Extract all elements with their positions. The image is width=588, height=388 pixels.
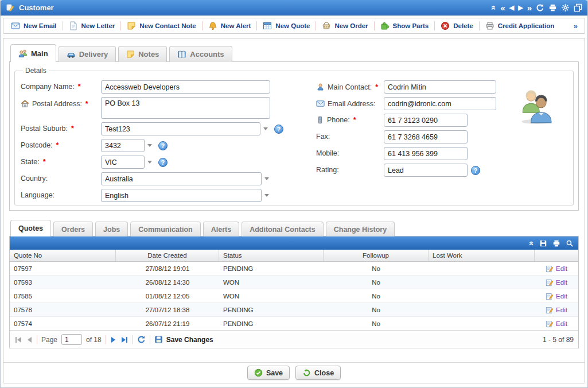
rating-help-icon[interactable]: ? bbox=[471, 166, 480, 175]
email-address-field[interactable] bbox=[384, 97, 496, 110]
pager-refresh-icon[interactable] bbox=[137, 335, 146, 344]
cell-date-created: 27/07/12 18:38 bbox=[116, 303, 219, 317]
new-quote-button[interactable]: New Quote bbox=[258, 19, 315, 33]
show-parts-button[interactable]: Show Parts bbox=[375, 19, 434, 33]
edit-icon bbox=[546, 292, 554, 300]
form-row: Fax: bbox=[316, 130, 567, 143]
company-name-field[interactable] bbox=[101, 80, 270, 94]
new-email-button[interactable]: New Email bbox=[6, 19, 62, 33]
page-number-input[interactable] bbox=[61, 334, 82, 345]
new-order-button[interactable]: New Order bbox=[317, 19, 373, 33]
postal-suburb-field[interactable] bbox=[101, 122, 260, 135]
new-alert-button[interactable]: New Alert bbox=[203, 19, 256, 33]
postal-address-field[interactable]: PO Box 13 bbox=[101, 97, 270, 119]
next-record-icon[interactable]: ▶ bbox=[518, 5, 523, 11]
edit-quote-link[interactable]: Edit bbox=[539, 303, 574, 317]
new-email-label: New Email bbox=[24, 22, 57, 29]
tab-delivery[interactable]: Delivery bbox=[59, 46, 116, 62]
save-check-icon bbox=[254, 368, 263, 377]
grid-toolbar: « bbox=[10, 236, 578, 250]
language-field[interactable] bbox=[101, 189, 262, 202]
language-dropdown-arrow-icon[interactable] bbox=[262, 189, 272, 202]
close-button[interactable]: Close bbox=[295, 366, 341, 380]
state-help-icon[interactable]: ? bbox=[158, 158, 168, 167]
last-page-icon[interactable] bbox=[120, 336, 128, 344]
tab-notes[interactable]: Notes bbox=[118, 46, 167, 62]
new-contact-note-button[interactable]: New Contact Note bbox=[122, 19, 201, 33]
mobile-field[interactable] bbox=[384, 147, 468, 160]
settings-gear-icon[interactable] bbox=[561, 3, 570, 12]
state-dropdown-arrow-icon[interactable] bbox=[145, 156, 155, 169]
letter-icon bbox=[69, 21, 78, 30]
footer-bar: Save Close bbox=[3, 362, 585, 383]
suburb-help-icon[interactable]: ? bbox=[274, 125, 283, 134]
table-row[interactable]: 07574 26/07/12 21:19 PENDING No Edit bbox=[10, 317, 578, 331]
tab-main[interactable]: Main bbox=[10, 44, 56, 62]
show-parts-label: Show Parts bbox=[393, 22, 429, 29]
toolbar-overflow-button[interactable]: » bbox=[569, 22, 582, 30]
postcode-field[interactable] bbox=[101, 139, 145, 152]
subtab-alerts[interactable]: Alerts bbox=[203, 222, 239, 236]
required-marker: * bbox=[56, 141, 59, 149]
edit-quote-link[interactable]: Edit bbox=[539, 317, 574, 331]
person-icon bbox=[316, 83, 325, 91]
state-field[interactable] bbox=[101, 156, 145, 169]
prev-group-icon[interactable]: « bbox=[500, 3, 505, 12]
tab-accounts-label: Accounts bbox=[190, 50, 224, 59]
country-dropdown-arrow-icon[interactable] bbox=[262, 172, 272, 185]
grid-header-row: Quote No Date Created Status Followup Lo… bbox=[10, 250, 578, 262]
grid-print-icon[interactable] bbox=[552, 239, 560, 247]
save-button[interactable]: Save bbox=[247, 366, 290, 380]
column-header-followup[interactable]: Followup bbox=[324, 250, 429, 261]
form-row: Company Name:* bbox=[21, 80, 316, 94]
credit-application-button[interactable]: Credit Application bbox=[480, 19, 560, 33]
table-row[interactable]: 07585 01/08/12 12:05 WON No Edit bbox=[10, 289, 578, 303]
print-icon[interactable] bbox=[548, 3, 557, 12]
tab-accounts[interactable]: Accounts bbox=[169, 46, 232, 62]
column-header-date-created[interactable]: Date Created bbox=[116, 250, 219, 261]
table-row[interactable]: 07593 26/08/12 14:30 WON No Edit bbox=[10, 276, 578, 289]
subtab-change-history[interactable]: Change History bbox=[326, 222, 395, 236]
main-contact-field[interactable] bbox=[384, 80, 496, 94]
restore-window-icon[interactable] bbox=[574, 3, 582, 12]
required-marker: * bbox=[71, 125, 74, 133]
column-header-status[interactable]: Status bbox=[219, 250, 324, 261]
cell-quote-no: 07593 bbox=[10, 276, 116, 289]
subtab-quotes[interactable]: Quotes bbox=[10, 220, 51, 236]
fax-field[interactable] bbox=[384, 130, 468, 143]
postcode-dropdown-arrow-icon[interactable] bbox=[145, 139, 155, 152]
subtab-orders[interactable]: Orders bbox=[53, 222, 93, 236]
edit-quote-link[interactable]: Edit bbox=[539, 262, 574, 276]
postcode-help-icon[interactable]: ? bbox=[158, 141, 168, 150]
subtab-change-history-label: Change History bbox=[334, 226, 387, 234]
suburb-dropdown-arrow-icon[interactable] bbox=[260, 122, 271, 135]
grid-save-icon[interactable] bbox=[539, 239, 547, 247]
subtab-jobs[interactable]: Jobs bbox=[95, 222, 128, 236]
refresh-icon[interactable] bbox=[536, 3, 544, 12]
subtab-additonal-contacts[interactable]: Additonal Contacts bbox=[242, 222, 324, 236]
form-row: Postal Address:* PO Box 13 bbox=[21, 97, 316, 119]
prev-page-icon[interactable] bbox=[26, 336, 33, 344]
subtab-communication[interactable]: Communication bbox=[130, 222, 200, 236]
subtab-jobs-label: Jobs bbox=[103, 226, 120, 234]
first-page-icon[interactable] bbox=[14, 336, 22, 344]
grid-collapse-icon[interactable]: « bbox=[528, 241, 536, 246]
column-header-quote-no[interactable]: Quote No bbox=[10, 250, 116, 261]
edit-quote-link[interactable]: Edit bbox=[539, 289, 574, 303]
phone-field[interactable] bbox=[384, 114, 468, 127]
collapse-icon[interactable]: « bbox=[490, 5, 499, 10]
rating-field[interactable] bbox=[384, 164, 468, 177]
grid-search-icon[interactable] bbox=[566, 239, 574, 247]
prev-record-icon[interactable]: ◀ bbox=[509, 5, 514, 11]
new-letter-button[interactable]: New Letter bbox=[64, 19, 120, 33]
save-changes-button[interactable]: Save Changes bbox=[154, 335, 213, 344]
table-row[interactable]: 07597 27/08/12 19:01 PENDING No Edit bbox=[10, 262, 578, 276]
table-row[interactable]: 07578 27/07/12 18:38 PENDING No Edit bbox=[10, 303, 578, 317]
next-group-icon[interactable]: » bbox=[527, 3, 532, 12]
toolbar-separator bbox=[256, 21, 257, 30]
country-field[interactable] bbox=[101, 172, 262, 185]
column-header-lost-work[interactable]: Lost Work bbox=[429, 250, 535, 261]
next-page-icon[interactable] bbox=[110, 336, 116, 344]
edit-quote-link[interactable]: Edit bbox=[539, 276, 574, 289]
delete-button[interactable]: Delete bbox=[435, 19, 478, 33]
